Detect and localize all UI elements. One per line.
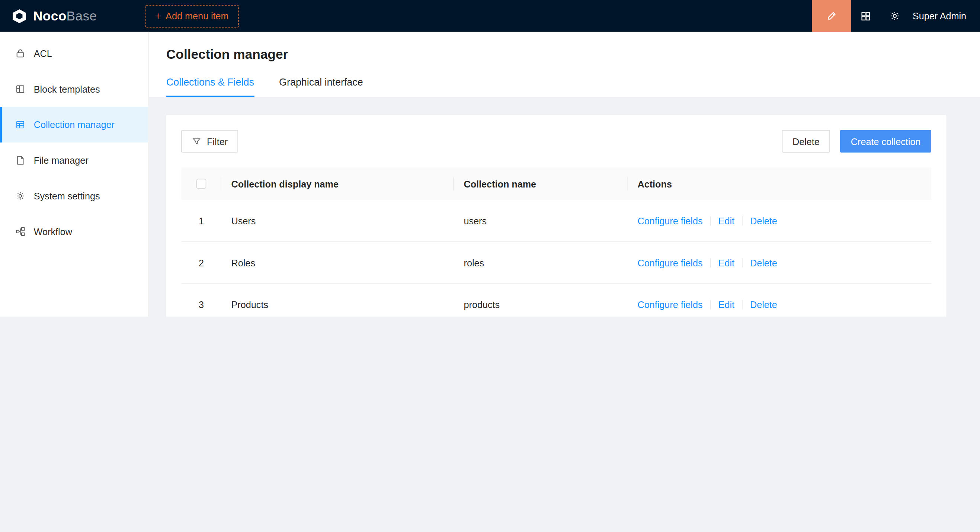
sidebar-item-label: System settings xyxy=(34,191,100,201)
plus-icon: + xyxy=(155,11,161,22)
appstore-grid-icon xyxy=(860,10,871,22)
sidebar-item-workflow[interactable]: Workflow xyxy=(0,214,148,249)
gear-icon xyxy=(888,10,900,22)
gear-icon xyxy=(15,191,25,201)
action-divider xyxy=(742,300,743,309)
sidebar: ACL Block templates Collection manager F… xyxy=(0,32,149,317)
cell-display-name: Products xyxy=(221,299,454,310)
column-header-display-name: Collection display name xyxy=(221,179,454,189)
sidebar-item-block-templates[interactable]: Block templates xyxy=(0,71,148,107)
logo[interactable]: NocoBase xyxy=(0,8,138,24)
collections-table: Collection display name Collection name … xyxy=(181,167,931,317)
column-header-name: Collection name xyxy=(454,179,628,189)
sidebar-item-acl[interactable]: ACL xyxy=(0,36,148,71)
action-divider xyxy=(710,216,711,225)
page-title: Collection manager xyxy=(166,32,963,72)
delete-link[interactable]: Delete xyxy=(750,299,777,310)
row-index: 3 xyxy=(181,299,221,310)
cell-actions: Configure fields Edit Delete xyxy=(628,257,931,268)
edit-link[interactable]: Edit xyxy=(718,257,735,268)
select-all-checkbox[interactable] xyxy=(196,179,206,189)
add-menu-item-label: Add menu item xyxy=(165,11,228,22)
brand-light: Base xyxy=(67,9,97,23)
cell-display-name: Users xyxy=(221,215,454,226)
main-area: Collection manager Collections & Fields … xyxy=(149,32,980,317)
cell-name: roles xyxy=(454,257,628,268)
toolbar: Filter Delete Create collection xyxy=(181,130,931,152)
plugins-button[interactable] xyxy=(851,0,880,32)
sidebar-item-label: Collection manager xyxy=(34,119,115,130)
tab-bar: Collections & Fields Graphical interface xyxy=(149,72,980,97)
filter-button[interactable]: Filter xyxy=(181,130,238,152)
nocobase-cube-icon xyxy=(11,8,27,24)
delete-link[interactable]: Delete xyxy=(750,215,777,226)
app-window: NocoBase + Add menu item xyxy=(0,0,980,317)
configure-fields-link[interactable]: Configure fields xyxy=(637,215,702,226)
add-menu-item-button[interactable]: + Add menu item xyxy=(145,5,239,27)
delete-button[interactable]: Delete xyxy=(782,130,830,152)
delete-link[interactable]: Delete xyxy=(750,257,777,268)
cell-name: products xyxy=(454,299,628,310)
configure-fields-link[interactable]: Configure fields xyxy=(637,299,702,310)
sidebar-item-label: Workflow xyxy=(34,226,72,237)
configure-fields-link[interactable]: Configure fields xyxy=(637,257,702,268)
action-divider xyxy=(710,300,711,309)
edit-link[interactable]: Edit xyxy=(718,299,735,310)
edit-link[interactable]: Edit xyxy=(718,215,735,226)
sidebar-item-file-manager[interactable]: File manager xyxy=(0,143,148,178)
cell-actions: Configure fields Edit Delete xyxy=(628,299,931,310)
row-index: 1 xyxy=(181,215,221,226)
sidebar-item-label: ACL xyxy=(34,48,52,59)
brand-bold: Noco xyxy=(33,9,67,23)
action-divider xyxy=(742,216,743,225)
cell-display-name: Roles xyxy=(221,257,454,268)
tab-collections-fields[interactable]: Collections & Fields xyxy=(166,72,254,97)
action-divider xyxy=(710,258,711,267)
header-right-actions: Super Admin xyxy=(812,0,980,32)
brand-text: NocoBase xyxy=(33,9,97,24)
filter-funnel-icon xyxy=(192,137,201,146)
table-row: 1 Users users Configure fields Edit Dele… xyxy=(181,200,931,242)
file-icon xyxy=(15,155,25,166)
create-collection-label: Create collection xyxy=(851,136,921,146)
table-row: 3 Products products Configure fields Edi… xyxy=(181,284,931,317)
collections-card: Filter Delete Create collection xyxy=(166,115,947,317)
sidebar-item-label: Block templates xyxy=(34,84,100,94)
action-divider xyxy=(742,258,743,267)
sidebar-item-label: File manager xyxy=(34,155,89,166)
highlighter-icon xyxy=(826,10,837,22)
delete-button-label: Delete xyxy=(792,136,819,146)
table-header-row: Collection display name Collection name … xyxy=(181,167,931,200)
cell-actions: Configure fields Edit Delete xyxy=(628,215,931,226)
table-icon xyxy=(15,119,25,130)
settings-button[interactable] xyxy=(880,0,908,32)
workflow-icon xyxy=(15,226,25,237)
sidebar-item-collection-manager[interactable]: Collection manager xyxy=(0,107,148,143)
tab-graphical-interface[interactable]: Graphical interface xyxy=(279,72,363,97)
user-menu[interactable]: Super Admin xyxy=(909,11,980,22)
content-area: Filter Delete Create collection xyxy=(149,97,980,317)
header-checkbox-cell xyxy=(181,179,221,189)
cell-name: users xyxy=(454,215,628,226)
top-header: NocoBase + Add menu item xyxy=(0,0,980,32)
ui-editor-toggle-button[interactable] xyxy=(812,0,851,32)
filter-button-label: Filter xyxy=(207,136,228,146)
page-header: Collection manager Collections & Fields … xyxy=(149,32,980,97)
table-row: 2 Roles roles Configure fields Edit Dele… xyxy=(181,242,931,284)
row-index: 2 xyxy=(181,257,221,268)
lock-icon xyxy=(15,48,25,59)
layout-icon xyxy=(15,84,25,94)
sidebar-item-system-settings[interactable]: System settings xyxy=(0,178,148,214)
create-collection-button[interactable]: Create collection xyxy=(840,130,931,152)
column-header-actions: Actions xyxy=(628,179,931,189)
